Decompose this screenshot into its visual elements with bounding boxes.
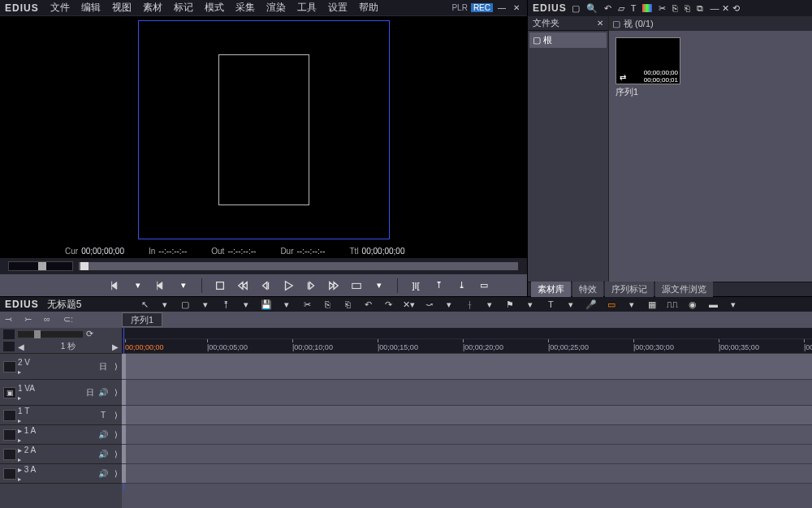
track-lane[interactable] (122, 380, 812, 406)
track-toggle-icon[interactable]: T (97, 411, 109, 420)
clip-tab[interactable]: ▢ 视 (0/1) (609, 16, 812, 31)
cut-icon[interactable]: ✂ (659, 3, 666, 14)
group-icon[interactable]: ⊂: (63, 314, 78, 325)
dropdown-icon[interactable]: ▾ (369, 278, 389, 294)
scale-prev-icon[interactable]: ◀ (18, 342, 24, 351)
track-toggle-icon[interactable]: 🔊 (97, 469, 109, 478)
prev-edit-icon[interactable]: ⤒ (429, 278, 448, 294)
copy-icon[interactable]: ⎘ (321, 299, 334, 310)
track-toggle-icon[interactable]: 🔊 (97, 450, 109, 458)
title-icon[interactable]: T (544, 299, 557, 310)
new-icon[interactable]: ▢ (179, 299, 192, 310)
loop-button[interactable] (347, 278, 366, 294)
menu-mode[interactable]: 模式 (205, 1, 224, 15)
search-icon[interactable]: 🔍 (586, 3, 598, 14)
mixer-icon[interactable]: ⎍⎍ (666, 299, 679, 310)
insert-icon[interactable]: ⤙ (5, 314, 19, 325)
link-icon[interactable]: ∞ (44, 314, 58, 325)
position-slider[interactable] (78, 261, 519, 271)
redo-icon[interactable]: ↷ (382, 299, 395, 310)
folder-root[interactable]: ▢ 根 (529, 32, 607, 48)
track-patch[interactable]: ▣ (3, 387, 16, 398)
track-lock-icon[interactable]: ⟩ (110, 388, 122, 397)
track-header[interactable]: ▸ 1 A▸🔊⟩ (0, 425, 122, 445)
tc-out[interactable]: --:--:--:-- (227, 247, 256, 256)
sequence-tab[interactable]: 序列1 (122, 312, 162, 327)
dropdown-icon[interactable]: ▾ (128, 278, 148, 294)
next-edit-icon[interactable]: ⤓ (451, 278, 471, 294)
delete-icon[interactable]: ✕▾ (402, 299, 415, 310)
track-toggle-icon[interactable]: 🔊 (97, 388, 109, 397)
mode-plr[interactable]: PLR (451, 3, 467, 12)
color-icon[interactable] (642, 4, 652, 12)
up-icon[interactable]: ↶ (604, 3, 611, 14)
a-patch[interactable] (3, 342, 15, 351)
play-button[interactable] (279, 278, 298, 294)
overwrite-mode-icon[interactable]: ▭ (474, 278, 494, 294)
jog-slider[interactable] (8, 261, 73, 271)
minimize-icon[interactable]: — (710, 3, 719, 14)
overwrite-icon[interactable]: ⤚ (24, 314, 39, 325)
menu-edit[interactable]: 编辑 (81, 1, 101, 15)
track-lane[interactable] (122, 354, 812, 380)
close-button[interactable]: ✕ (511, 3, 522, 13)
menu-file[interactable]: 文件 (50, 1, 70, 15)
target-icon[interactable]: ◉ (686, 299, 699, 310)
track-lane[interactable] (122, 445, 812, 464)
undo-icon[interactable]: ↶ (361, 299, 374, 310)
track-lock-icon[interactable]: ⟩ (110, 411, 122, 420)
track-patch[interactable] (3, 361, 16, 372)
set-out-icon[interactable] (151, 278, 171, 294)
menu-clip[interactable]: 素材 (143, 1, 162, 15)
track-patch[interactable] (3, 429, 16, 441)
track-lock-icon[interactable]: ⟩ (110, 362, 122, 371)
dropdown-icon[interactable]: ▾ (158, 299, 171, 310)
new-icon[interactable]: ▱ (618, 3, 624, 14)
layers-icon[interactable]: ⧉ (697, 3, 703, 14)
grid-icon[interactable]: ▦ (646, 299, 659, 310)
ripple-icon[interactable]: ⤻ (422, 299, 435, 310)
track-lane[interactable] (122, 406, 812, 425)
layout-icon[interactable]: ▬ (706, 299, 719, 310)
track-lane[interactable] (122, 464, 812, 484)
prev-frame-button[interactable] (256, 278, 275, 294)
track-toggle-icon[interactable]: 日 (84, 387, 96, 398)
fit-icon[interactable]: ⟳ (86, 329, 93, 339)
insert-mode-icon[interactable]: ]I[ (406, 278, 425, 294)
dropdown-icon[interactable]: ▾ (174, 278, 193, 294)
track-lock-icon[interactable]: ⟩ (110, 450, 122, 458)
track-header[interactable]: ▸ 3 A▸🔊⟩ (0, 464, 122, 484)
track-body[interactable]: 00;00;00;00|00;00;05;00|00;00;10;00|00;0… (122, 328, 812, 508)
save-icon[interactable]: 💾 (260, 299, 273, 310)
set-in-icon[interactable] (106, 278, 125, 294)
track-header[interactable]: ▣1 VA▸日🔊⟩ (0, 380, 122, 406)
tab-markers[interactable]: 序列标记 (605, 282, 654, 297)
menu-help[interactable]: 帮助 (359, 1, 378, 15)
tc-in[interactable]: --:--:--:-- (158, 247, 187, 256)
track-lock-icon[interactable]: ⟩ (110, 430, 122, 439)
track-lock-icon[interactable]: ⟩ (110, 469, 122, 478)
mic-icon[interactable]: 🎤 (585, 299, 598, 310)
stop-button[interactable] (210, 278, 230, 294)
scale-next-icon[interactable]: ▶ (112, 342, 119, 351)
track-patch[interactable] (3, 410, 16, 421)
track-patch[interactable] (3, 468, 16, 480)
track-lane[interactable] (122, 425, 812, 445)
copy-icon[interactable]: ⎘ (672, 3, 678, 13)
track-header[interactable]: 1 T▸T⟩ (0, 406, 122, 425)
tc-ttl[interactable]: 00;00;00;00 (362, 247, 405, 256)
track-toggle-icon[interactable]: 🔊 (97, 430, 109, 439)
menu-view[interactable]: 视图 (112, 1, 132, 15)
open-icon[interactable]: ⭱ (219, 299, 232, 310)
next-frame-button[interactable] (301, 278, 321, 294)
time-ruler[interactable]: 00;00;00;00|00;00;05;00|00;00;10;00|00;0… (122, 328, 812, 354)
paste-icon[interactable]: ⎗ (341, 299, 354, 310)
zoom-slider[interactable] (18, 331, 83, 338)
folder-tab[interactable]: 文件夹 ✕ (528, 16, 608, 31)
minimize-button[interactable]: — (496, 3, 508, 13)
rewind-button[interactable] (233, 278, 253, 294)
track-header[interactable]: 2 V▸日⟩ (0, 354, 122, 380)
tab-effects[interactable]: 特效 (572, 282, 603, 297)
cut-icon[interactable]: ✂ (300, 299, 313, 310)
clip-item[interactable]: ⇄ 00;00;00;0000;00;00;01 序列1 (615, 37, 680, 98)
